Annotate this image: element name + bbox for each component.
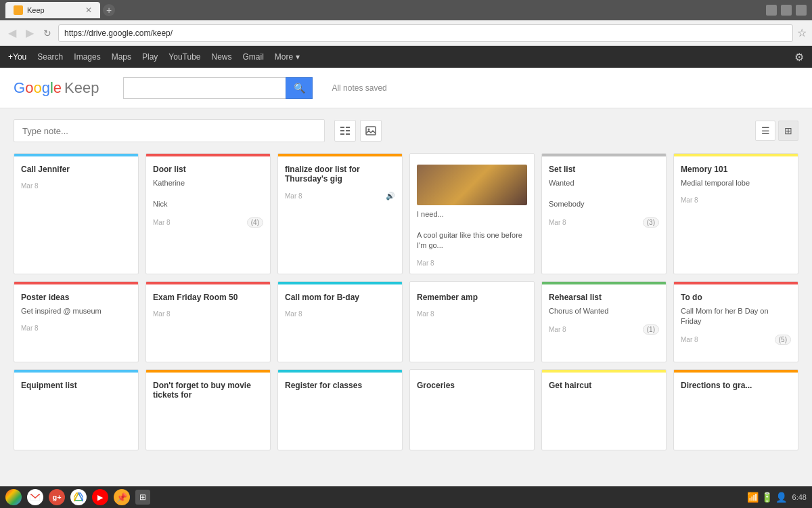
checklist-icon-btn[interactable] xyxy=(334,120,356,142)
toolbar-row: ☰ ⊞ xyxy=(14,119,798,142)
header-search-button[interactable]: 🔍 xyxy=(286,77,313,99)
note-card[interactable]: Equipment list xyxy=(14,369,139,450)
note-body: Call Mom for her B Day on Friday xyxy=(681,306,791,327)
note-card[interactable]: I need...A cool guitar like this one bef… xyxy=(409,153,535,274)
taskbar: g+ ▶ 📌 ⊞ 📶 🔋 👤 6:48 xyxy=(0,486,812,508)
note-title: Rehearsal list xyxy=(549,293,659,302)
note-card[interactable]: Memory 101Medial temporal lobe Mar 8 xyxy=(673,153,798,274)
header-search-input[interactable] xyxy=(123,77,286,99)
battery-icon: 🔋 xyxy=(761,492,773,503)
note-title: Memory 101 xyxy=(681,165,791,174)
svg-marker-10 xyxy=(74,493,78,501)
note-title: Remember amp xyxy=(417,293,527,302)
topbar-link-news[interactable]: News xyxy=(212,52,232,62)
topbar-link-youtube[interactable]: YouTube xyxy=(168,52,200,62)
note-card[interactable]: Call mom for B-day Mar 8 xyxy=(277,281,403,362)
bookmark-icon[interactable]: ☆ xyxy=(797,26,807,39)
note-title: Set list xyxy=(549,165,659,174)
note-card[interactable]: Set listWantedSomebody Mar 8 (3) xyxy=(541,153,667,274)
note-date: Mar 8 xyxy=(417,310,434,318)
refresh-button[interactable]: ↻ xyxy=(41,26,54,40)
topbar-link-images[interactable]: Images xyxy=(74,52,100,62)
topbar-link-gmail[interactable]: Gmail xyxy=(243,52,264,62)
new-note-input[interactable] xyxy=(14,119,325,142)
new-tab-button[interactable]: + xyxy=(103,4,115,16)
note-card[interactable]: Directions to gra... xyxy=(673,369,798,450)
close-button[interactable] xyxy=(796,5,807,16)
browser-titlebar: Keep ✕ + xyxy=(0,0,812,20)
main-content: ☰ ⊞ Call Jennifer Mar 8 Door listKatheri… xyxy=(0,108,812,486)
note-title: Directions to gra... xyxy=(681,381,791,390)
note-badge: (4) xyxy=(247,217,263,228)
image-icon-btn[interactable] xyxy=(360,120,382,142)
minimize-button[interactable] xyxy=(766,5,777,16)
note-title: Don't forget to buy movie tickets for xyxy=(153,381,263,400)
note-card[interactable]: Get haircut xyxy=(541,369,667,450)
topbar-link-search[interactable]: Search xyxy=(37,52,63,62)
forward-button[interactable]: ▶ xyxy=(23,25,37,41)
note-card[interactable]: Rehearsal listChorus of Wanted Mar 8 (1) xyxy=(541,281,667,362)
note-badge: (3) xyxy=(643,217,659,228)
logo-area: Google Keep xyxy=(14,79,99,97)
list-view-button[interactable]: ☰ xyxy=(755,121,775,141)
note-title: Equipment list xyxy=(21,381,131,390)
topbar-link-you[interactable]: +You xyxy=(8,52,26,62)
toolbar-icons xyxy=(334,120,382,142)
taskbar-chrome[interactable] xyxy=(5,489,22,505)
note-card[interactable]: Door listKatherineNick Mar 8 (4) xyxy=(145,153,271,274)
svg-rect-3 xyxy=(346,130,350,131)
svg-marker-11 xyxy=(78,493,83,501)
settings-icon[interactable]: ⚙ xyxy=(794,51,804,64)
active-tab[interactable]: Keep ✕ xyxy=(5,2,100,18)
maximize-button[interactable] xyxy=(781,5,792,16)
taskbar-apps-grid[interactable]: ⊞ xyxy=(135,490,150,505)
note-title: Exam Friday Room 50 xyxy=(153,293,263,302)
note-card[interactable]: Call Jennifer Mar 8 xyxy=(14,153,139,274)
note-title: Call mom for B-day xyxy=(285,293,395,302)
note-card[interactable]: Remember amp Mar 8 xyxy=(409,281,535,362)
taskbar-youtube[interactable]: ▶ xyxy=(92,489,108,505)
note-title: finalize door list for Thursday's gig xyxy=(285,165,395,184)
note-card[interactable]: Exam Friday Room 50 Mar 8 xyxy=(145,281,271,362)
note-body: Chorus of Wanted xyxy=(549,306,659,316)
grid-view-button[interactable]: ⊞ xyxy=(778,121,798,141)
note-body: Medial temporal lobe xyxy=(681,178,791,188)
note-badge: (1) xyxy=(643,324,659,335)
tab-title: Keep xyxy=(27,6,45,14)
topbar-link-play[interactable]: Play xyxy=(142,52,158,62)
browser-frame: Keep ✕ + ◀ ▶ ↻ ☆ +You Search Images Maps… xyxy=(0,0,812,68)
taskbar-gdrive[interactable] xyxy=(70,489,87,505)
note-card[interactable]: Groceries xyxy=(409,369,535,450)
note-footer: Mar 8 xyxy=(21,322,131,332)
note-footer: Mar 8 (4) xyxy=(153,215,263,228)
back-button[interactable]: ◀ xyxy=(5,25,19,41)
note-date: Mar 8 xyxy=(285,192,302,200)
google-logo: Google xyxy=(14,79,62,97)
user-icon: 👤 xyxy=(775,492,787,503)
taskbar-keep[interactable]: 📌 xyxy=(114,489,130,505)
taskbar-time: 6:48 xyxy=(792,493,807,501)
taskbar-gplus[interactable]: g+ xyxy=(49,489,65,505)
tab-favicon xyxy=(14,5,23,15)
note-footer: Mar 8 xyxy=(417,308,527,318)
note-footer: Mar 8 xyxy=(153,308,263,318)
note-date: Mar 8 xyxy=(285,310,302,318)
note-card[interactable]: Poster ideasGet inspired @ museum Mar 8 xyxy=(14,281,139,362)
taskbar-right: 📶 🔋 👤 6:48 xyxy=(747,492,807,503)
topbar-link-more[interactable]: More ▾ xyxy=(275,52,300,62)
note-date: Mar 8 xyxy=(21,182,39,190)
note-title: Groceries xyxy=(417,381,527,390)
network-icon: 📶 xyxy=(747,492,759,503)
address-bar[interactable] xyxy=(58,24,793,42)
taskbar-gmail[interactable] xyxy=(27,489,43,505)
note-card[interactable]: finalize door list for Thursday's gig Ma… xyxy=(277,153,403,274)
note-card[interactable]: To doCall Mom for her B Day on Friday Ma… xyxy=(673,281,798,362)
topbar-link-maps[interactable]: Maps xyxy=(112,52,131,62)
note-card[interactable]: Register for classes xyxy=(277,369,403,450)
svg-rect-2 xyxy=(340,130,344,131)
note-footer: Mar 8 xyxy=(681,194,791,204)
note-footer: Mar 8 xyxy=(285,308,395,318)
browser-toolbar: ◀ ▶ ↻ ☆ xyxy=(0,20,812,46)
note-card[interactable]: Don't forget to buy movie tickets for xyxy=(145,369,271,450)
tab-close-button[interactable]: ✕ xyxy=(85,5,92,15)
